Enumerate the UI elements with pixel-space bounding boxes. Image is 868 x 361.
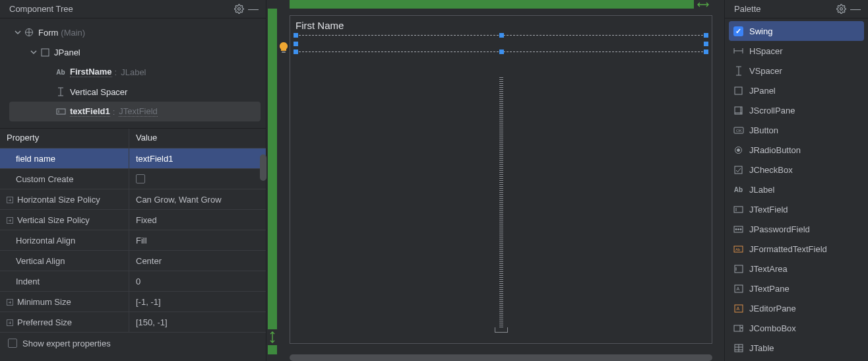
expand-icon[interactable] <box>7 217 13 224</box>
selection-handle[interactable] <box>499 33 504 38</box>
horizontal-scrollbar[interactable] <box>290 354 712 361</box>
gear-icon[interactable] <box>232 2 246 16</box>
palette-item-jtextarea[interactable]: JTextArea <box>729 259 864 279</box>
property-row[interactable]: Horizontal Size PolicyCan Grow, Want Gro… <box>0 189 266 210</box>
selection-handle[interactable] <box>704 42 708 46</box>
vspacer-icon <box>55 86 66 97</box>
palette-item-jtable[interactable]: JTable <box>729 338 864 358</box>
spacer-bracket-icon <box>495 327 508 333</box>
property-header: Property Value <box>0 129 266 148</box>
scroll-icon <box>733 105 744 116</box>
palette-item-vspacer[interactable]: VSpacer <box>729 61 864 81</box>
radio-icon <box>733 145 744 156</box>
palette-item-label: JRadioButton <box>749 145 801 155</box>
palette-item-hspacer[interactable]: HSpacer <box>729 41 864 61</box>
palette-item-jtextpane[interactable]: AJTextPane <box>729 279 864 298</box>
first-name-label: First Name <box>295 20 706 31</box>
palette-item-label: VSpacer <box>749 66 782 76</box>
palette-item-swing[interactable]: ✓Swing <box>729 21 864 41</box>
gear-icon[interactable] <box>834 2 848 16</box>
property-value[interactable]: Center <box>129 251 266 271</box>
svg-text:A: A <box>736 306 739 311</box>
scrollbar-thumb[interactable] <box>290 354 712 361</box>
palette-item-label: JLabel <box>749 185 774 195</box>
design-canvas[interactable]: First Name <box>290 9 724 354</box>
selection-handle[interactable] <box>294 42 298 46</box>
property-row[interactable]: Vertical Size PolicyFixed <box>0 210 266 230</box>
palette-item-jradiobutton[interactable]: JRadioButton <box>729 140 864 160</box>
palette-item-label: JComboBox <box>749 323 796 333</box>
property-value[interactable]: 0 <box>129 271 266 291</box>
button-icon: OK <box>733 125 744 136</box>
palette-item-jcheckbox[interactable]: JCheckBox <box>729 160 864 180</box>
property-row[interactable]: field nametextField1 <box>0 148 266 169</box>
property-value[interactable] <box>129 169 266 189</box>
palette-item-label: JCheckBox <box>749 165 793 175</box>
property-value[interactable]: [-1, -1] <box>129 292 266 312</box>
form-preview[interactable]: First Name <box>290 15 712 344</box>
palette-item-jcombobox[interactable]: JComboBox <box>729 318 864 338</box>
property-row[interactable]: Minimum Size[-1, -1] <box>0 292 266 312</box>
property-value[interactable]: Can Grow, Want Grow <box>129 189 266 209</box>
checkbox-icon[interactable] <box>8 339 17 348</box>
component-tree-panel: Component Tree — Form (Main) JPanel Ab F… <box>0 0 266 361</box>
tree-node-textfield1[interactable]: textField1 : JTextField <box>9 102 261 121</box>
chevron-down-icon <box>29 48 38 57</box>
expand-icon[interactable] <box>7 319 13 326</box>
tree-node-form[interactable]: Form (Main) <box>3 22 263 42</box>
palette-item-jbutton[interactable]: OKJButton <box>729 120 864 140</box>
minimize-icon[interactable]: — <box>246 2 261 16</box>
selection-handle[interactable] <box>704 33 708 38</box>
property-name: Vertical Size Policy <box>17 215 90 225</box>
tree-label: textField1 <box>70 106 110 117</box>
textpane-icon: A <box>733 283 744 294</box>
property-name: Preferred Size <box>17 317 72 327</box>
tree-node-vspacer[interactable]: Vertical Spacer <box>3 82 263 102</box>
combo-icon <box>733 323 744 334</box>
palette-item-label: JTextField <box>749 205 788 214</box>
palette-item-jformattedtextfield[interactable]: AbJFormattedTextField <box>729 239 864 259</box>
svg-text:OK: OK <box>736 129 742 133</box>
palette-item-jpanel[interactable]: JPanel <box>729 81 864 100</box>
show-expert-properties[interactable]: Show expert properties <box>0 333 266 354</box>
resize-horizontal-icon[interactable] <box>694 0 712 9</box>
lightbulb-icon[interactable] <box>278 42 290 53</box>
property-value[interactable]: Fixed <box>129 210 266 230</box>
selection-handle[interactable] <box>294 33 298 38</box>
palette-item-jlabel[interactable]: AbJLabel <box>729 180 864 199</box>
minimize-icon[interactable]: — <box>848 2 863 16</box>
expand-icon[interactable] <box>7 299 13 306</box>
tree-label: Form <box>38 28 58 38</box>
property-value[interactable]: [150, -1] <box>129 312 266 332</box>
property-row[interactable]: Preferred Size[150, -1] <box>0 312 266 333</box>
palette-item-jtextfield[interactable]: JTextField <box>729 199 864 219</box>
checkbox-icon[interactable] <box>136 174 145 183</box>
vertical-ruler[interactable] <box>266 9 290 354</box>
tree-node-jpanel[interactable]: JPanel <box>3 42 263 62</box>
expand-icon[interactable] <box>7 197 13 203</box>
textfield-selection[interactable] <box>295 35 706 52</box>
svg-text:Ab: Ab <box>735 247 741 251</box>
tree-node-firstname[interactable]: Ab FirstName : JLabel <box>3 62 263 82</box>
vertical-spacer-preview[interactable] <box>499 77 503 327</box>
palette-item-jpasswordfield[interactable]: JPasswordField <box>729 219 864 239</box>
expert-label: Show expert properties <box>22 339 111 348</box>
selection-handle[interactable] <box>294 49 298 54</box>
svg-point-30 <box>735 228 737 230</box>
property-name: Horizontal Size Policy <box>17 195 100 205</box>
palette-item-jeditorpane[interactable]: AJEditorPane <box>729 298 864 318</box>
resize-vertical-icon[interactable] <box>268 329 277 345</box>
property-row[interactable]: Vertical AlignCenter <box>0 251 266 271</box>
palette-item-label: Swing <box>749 26 772 36</box>
selection-handle[interactable] <box>499 49 504 54</box>
property-row[interactable]: Custom Create <box>0 169 266 189</box>
property-value[interactable]: textField1 <box>129 148 266 168</box>
property-row[interactable]: Indent0 <box>0 271 266 292</box>
scrollbar-thumb[interactable] <box>260 154 266 181</box>
property-value[interactable]: Fill <box>129 230 266 250</box>
selection-handle[interactable] <box>704 49 708 54</box>
palette-item-jscrollpane[interactable]: JScrollPane <box>729 100 864 120</box>
property-row[interactable]: Horizontal AlignFill <box>0 230 266 251</box>
palette-item-label: JTable <box>749 343 774 353</box>
horizontal-ruler[interactable] <box>290 0 712 9</box>
